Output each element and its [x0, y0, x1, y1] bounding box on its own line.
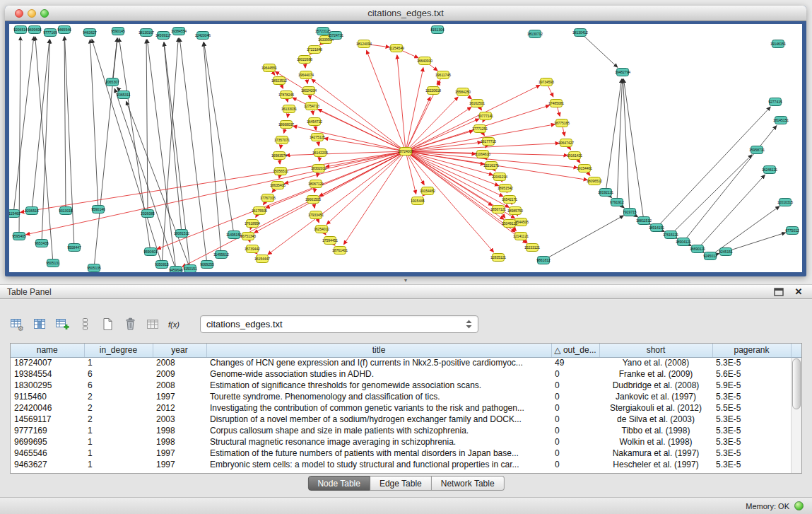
graph-node[interactable]: 17767315: [260, 194, 276, 202]
graph-node[interactable]: 19644551: [261, 64, 277, 72]
table-row[interactable]: 911546021997Tourette syndrome. Phenomeno…: [11, 391, 791, 402]
graph-node[interactable]: 17618954: [245, 220, 260, 228]
graph-node[interactable]: 18904121: [676, 238, 691, 246]
graph-node[interactable]: 9150151: [183, 265, 197, 273]
create-column-button[interactable]: [98, 314, 117, 334]
graph-node[interactable]: 2065311: [117, 91, 130, 99]
graph-node[interactable]: 18985750: [507, 207, 523, 215]
graph-node[interactable]: 16133031: [281, 105, 297, 113]
panel-resize-handle[interactable]: ▾: [399, 277, 412, 284]
delete-column-button[interactable]: [120, 314, 140, 334]
graph-node[interactable]: 18130712: [527, 30, 543, 38]
column-header-year[interactable]: year: [153, 344, 206, 357]
graph-node[interactable]: 9206515: [25, 207, 39, 215]
graph-node[interactable]: 15056512: [273, 168, 288, 175]
graph-node[interactable]: 13216171: [483, 162, 499, 170]
graph-node[interactable]: 2026085: [141, 210, 155, 218]
graph-node[interactable]: 9069255: [200, 261, 214, 269]
table-rows-button[interactable]: [75, 314, 95, 334]
graph-node[interactable]: 18914151: [649, 224, 664, 232]
graph-node[interactable]: 16154447: [254, 255, 270, 263]
table-row[interactable]: 946362711997Embryonic stem cells: a mode…: [11, 459, 791, 470]
tab-network-table[interactable]: Network Table: [432, 476, 505, 491]
graph-node[interactable]: 16454712: [307, 118, 322, 126]
memory-indicator[interactable]: [794, 501, 804, 510]
graph-node[interactable]: 9861812: [536, 257, 551, 264]
graph-node[interactable]: 9590145: [111, 28, 125, 35]
graph-node[interactable]: 17221848: [307, 46, 322, 54]
graph-node[interactable]: 9505135: [87, 264, 101, 272]
graph-node[interactable]: 16175505: [252, 207, 267, 215]
graph-node[interactable]: 9277415: [768, 98, 782, 106]
graph-node[interactable]: 16254012: [314, 226, 329, 233]
graph-node[interactable]: 17771251: [472, 125, 488, 133]
graph-node[interactable]: 16162501: [469, 100, 485, 107]
graph-node[interactable]: 15958711: [749, 146, 765, 154]
graph-node[interactable]: 16142205: [312, 149, 328, 157]
graph-node[interactable]: 8151304: [430, 26, 445, 34]
graph-node[interactable]: 17485081: [548, 100, 564, 107]
table-settings-button[interactable]: ⚙: [7, 314, 27, 334]
graph-node[interactable]: 22420046: [195, 32, 211, 40]
graph-node[interactable]: 17878245: [278, 91, 294, 99]
table-row[interactable]: 1938455462009Genome-wide association stu…: [11, 368, 791, 380]
scrollbar-thumb[interactable]: [792, 358, 801, 409]
graph-node[interactable]: 21064610: [475, 151, 490, 158]
graph-node[interactable]: 9653435: [35, 240, 49, 247]
graph-node[interactable]: 19154461: [577, 165, 592, 173]
graph-node[interactable]: 19154452: [420, 187, 435, 195]
graph-node[interactable]: 19734593: [539, 78, 554, 86]
table-row[interactable]: 1872400712008Changes of HCN gene express…: [11, 357, 791, 368]
graph-node[interactable]: 11495612: [213, 251, 229, 259]
graph-node[interactable]: 18302012: [311, 165, 326, 173]
close-button[interactable]: [15, 9, 23, 18]
table-selector[interactable]: citations_edges.txt: [200, 315, 478, 333]
import-table-button[interactable]: [143, 314, 163, 334]
graph-node[interactable]: 16542171: [502, 196, 517, 204]
graph-node[interactable]: 18567121: [490, 206, 506, 214]
graph-node[interactable]: 16690121: [690, 245, 705, 253]
graph-node[interactable]: 16246121: [762, 166, 777, 174]
column-header-in_degree[interactable]: in_degree: [84, 344, 153, 357]
graph-node[interactable]: 9699695: [28, 26, 42, 34]
graph-node[interactable]: 16640910: [417, 57, 433, 65]
graph-node[interactable]: 15233121: [524, 244, 540, 252]
graph-node[interactable]: 18192121: [598, 189, 613, 197]
column-header-out_de[interactable]: △ out_de...: [551, 344, 599, 357]
graph-node[interactable]: 17357071: [274, 136, 290, 144]
graph-node[interactable]: 11495151: [226, 231, 242, 239]
graph-node[interactable]: 12835121: [490, 254, 506, 262]
column-header-short[interactable]: short: [599, 344, 712, 357]
tab-edge-table[interactable]: Edge Table: [370, 476, 432, 491]
graph-node[interactable]: 9245151: [719, 248, 733, 256]
graph-node[interactable]: 9777169: [43, 29, 57, 37]
graph-node[interactable]: 18923512: [271, 77, 287, 85]
graph-node[interactable]: 11254549: [389, 45, 404, 52]
graph-node[interactable]: 9595405: [12, 233, 26, 240]
column-header-name[interactable]: name: [11, 344, 84, 357]
graph-node[interactable]: 9508447: [67, 244, 81, 252]
graph-node[interactable]: 9115460: [9, 210, 20, 218]
graph-node[interactable]: 9590601: [143, 248, 158, 256]
table-row[interactable]: 969969511998Structural magnetic resonanc…: [11, 436, 791, 448]
graph-node[interactable]: 18081512: [174, 230, 189, 238]
graph-node[interactable]: 18096512: [587, 177, 602, 185]
graph-node[interactable]: 18951542: [498, 185, 513, 192]
float-panel-button[interactable]: [772, 286, 785, 298]
graph-node[interactable]: 18067121: [308, 180, 324, 188]
graph-node[interactable]: 18130412: [572, 29, 588, 37]
graph-node[interactable]: 9206514: [13, 26, 28, 34]
graph-node[interactable]: 18177715: [481, 138, 496, 146]
close-panel-button[interactable]: ✕: [792, 286, 805, 298]
graph-node[interactable]: 18022698: [297, 56, 312, 64]
table-row[interactable]: 2242004622012Investigating the contribut…: [11, 402, 791, 414]
graph-node[interactable]: 18130167: [139, 29, 154, 37]
graph-node[interactable]: 16751343: [240, 233, 256, 240]
table-row[interactable]: 977716911998Corpus callosum shape and si…: [11, 425, 791, 436]
graph-node[interactable]: 18724007: [398, 148, 413, 156]
graph-node[interactable]: 18775165: [554, 119, 570, 127]
graph-node[interactable]: 18635405: [270, 182, 286, 189]
column-header-pagerank[interactable]: pagerank: [712, 344, 791, 357]
graph-node[interactable]: 18811512: [636, 217, 652, 225]
tab-node-table[interactable]: Node Table: [307, 476, 370, 491]
